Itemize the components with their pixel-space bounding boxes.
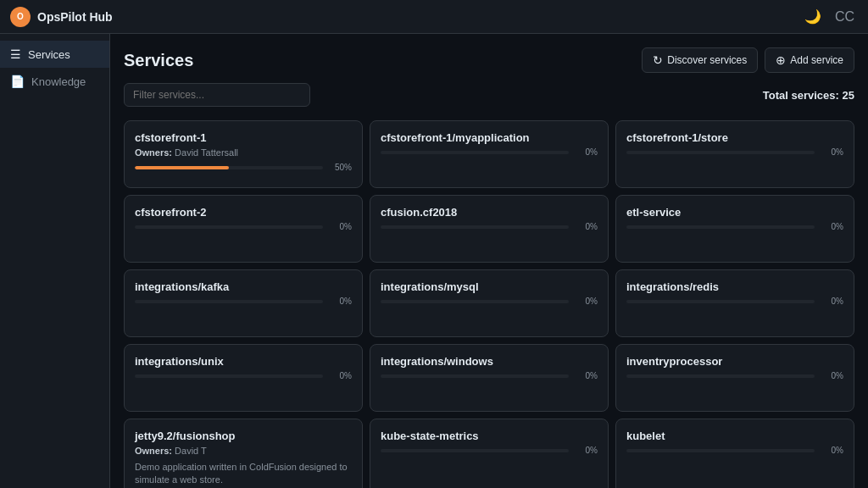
- service-owner: Owners: David T: [135, 446, 352, 456]
- plus-icon: ⊕: [776, 53, 786, 67]
- service-card[interactable]: inventryprocessor 0%: [615, 344, 854, 412]
- service-name: inventryprocessor: [626, 355, 843, 368]
- service-card[interactable]: cfstorefront-2 0%: [124, 195, 363, 263]
- progress-bar-bg: [626, 151, 815, 154]
- sidebar: ☰ Services 📄 Knowledge: [0, 34, 110, 488]
- sidebar-item-services[interactable]: ☰ Services: [0, 41, 109, 68]
- service-name: cfusion.cf2018: [381, 206, 598, 219]
- progress-label: 50%: [328, 163, 352, 172]
- progress-row: 0%: [381, 297, 598, 306]
- progress-bar-bg: [135, 374, 323, 378]
- services-icon: ☰: [10, 47, 21, 61]
- progress-row: 0%: [626, 371, 843, 380]
- main-content: Services ↻ Discover services ⊕ Add servi…: [110, 34, 868, 488]
- progress-label: 0%: [820, 446, 843, 455]
- search-row: Total services: 25: [124, 83, 854, 107]
- progress-label: 0%: [328, 371, 352, 380]
- service-card[interactable]: cfstorefront-1 Owners: David Tattersall …: [124, 120, 363, 188]
- service-name: integrations/windows: [381, 355, 598, 368]
- service-card[interactable]: integrations/unix 0%: [124, 344, 363, 412]
- progress-row: 50%: [135, 163, 352, 172]
- service-name: cfstorefront-1: [135, 131, 352, 144]
- header-actions: ↻ Discover services ⊕ Add service: [642, 47, 854, 73]
- service-name: cfstorefront-1/store: [626, 131, 843, 144]
- service-card[interactable]: integrations/kafka 0%: [124, 269, 363, 337]
- service-card[interactable]: kube-state-metrics 0%: [370, 419, 609, 488]
- progress-row: 0%: [135, 297, 352, 306]
- progress-bar-bg: [626, 449, 815, 452]
- cc-button[interactable]: CC: [832, 6, 858, 28]
- progress-label: 0%: [820, 222, 843, 231]
- progress-bar-fill: [135, 166, 229, 169]
- progress-label: 0%: [574, 222, 598, 231]
- service-name: integrations/redis: [626, 280, 843, 293]
- sidebar-item-knowledge[interactable]: 📄 Knowledge: [0, 68, 109, 95]
- progress-row: 0%: [626, 297, 843, 306]
- search-input[interactable]: [124, 83, 310, 107]
- progress-label: 0%: [574, 446, 598, 455]
- service-name: integrations/kafka: [135, 280, 352, 293]
- service-card[interactable]: jetty9.2/fusionshop Owners: David T Demo…: [124, 419, 363, 488]
- service-name: integrations/unix: [135, 355, 352, 368]
- progress-label: 0%: [574, 147, 598, 157]
- progress-label: 0%: [820, 147, 843, 157]
- progress-label: 0%: [574, 371, 598, 380]
- progress-bar-bg: [626, 225, 815, 229]
- page-title: Services: [124, 51, 193, 70]
- refresh-icon: ↻: [653, 53, 663, 67]
- app-logo: O: [10, 7, 31, 27]
- header: O OpsPilot Hub 🌙 CC: [0, 0, 868, 34]
- progress-bar-bg: [626, 300, 815, 303]
- progress-bar-bg: [626, 374, 815, 378]
- service-description: Demo application written in ColdFusion d…: [135, 461, 352, 487]
- progress-row: 0%: [381, 446, 598, 455]
- progress-bar-bg: [135, 225, 323, 229]
- progress-row: 0%: [135, 222, 352, 231]
- service-card[interactable]: integrations/mysql 0%: [370, 269, 609, 337]
- progress-bar-bg: [381, 374, 569, 378]
- service-name: cfstorefront-1/myapplication: [381, 131, 598, 144]
- app-title: OpsPilot Hub: [37, 10, 113, 24]
- progress-label: 0%: [820, 371, 843, 380]
- app-layout: ☰ Services 📄 Knowledge Services ↻ Discov…: [0, 34, 868, 488]
- progress-row: 0%: [626, 147, 843, 157]
- service-card[interactable]: cfstorefront-1/store 0%: [615, 120, 854, 188]
- discover-services-button[interactable]: ↻ Discover services: [642, 47, 758, 73]
- service-card[interactable]: kubelet 0%: [615, 419, 854, 488]
- progress-row: 0%: [626, 446, 843, 455]
- progress-row: 0%: [381, 222, 598, 231]
- progress-bar-bg: [135, 300, 323, 303]
- service-card[interactable]: cfusion.cf2018 0%: [370, 195, 609, 263]
- progress-label: 0%: [328, 297, 352, 306]
- total-services-label: Total services: 25: [763, 89, 854, 102]
- service-card[interactable]: cfstorefront-1/myapplication 0%: [370, 120, 609, 188]
- progress-row: 0%: [626, 222, 843, 231]
- service-name: jetty9.2/fusionshop: [135, 430, 352, 442]
- page-header: Services ↻ Discover services ⊕ Add servi…: [124, 47, 854, 73]
- service-name: integrations/mysql: [381, 280, 598, 293]
- progress-bar-bg: [135, 166, 323, 169]
- service-name: cfstorefront-2: [135, 206, 352, 219]
- add-service-button[interactable]: ⊕ Add service: [765, 47, 854, 73]
- header-icons: 🌙 CC: [801, 5, 858, 28]
- knowledge-icon: 📄: [10, 75, 25, 88]
- services-grid: cfstorefront-1 Owners: David Tattersall …: [124, 120, 854, 488]
- progress-label: 0%: [820, 297, 843, 306]
- progress-bar-bg: [381, 151, 569, 154]
- progress-row: 0%: [381, 371, 598, 380]
- progress-row: 0%: [135, 371, 352, 380]
- service-name: etl-service: [626, 206, 843, 219]
- service-card[interactable]: etl-service 0%: [615, 195, 854, 263]
- progress-bar-bg: [381, 300, 569, 303]
- progress-row: 0%: [381, 147, 598, 157]
- service-owner: Owners: David Tattersall: [135, 147, 352, 158]
- service-name: kube-state-metrics: [381, 430, 598, 442]
- service-card[interactable]: integrations/redis 0%: [615, 269, 854, 337]
- progress-bar-bg: [381, 449, 569, 452]
- progress-bar-bg: [381, 225, 569, 229]
- service-name: kubelet: [626, 430, 843, 442]
- service-card[interactable]: integrations/windows 0%: [370, 344, 609, 412]
- progress-label: 0%: [328, 222, 352, 231]
- progress-label: 0%: [574, 297, 598, 306]
- dark-mode-toggle[interactable]: 🌙: [801, 5, 825, 28]
